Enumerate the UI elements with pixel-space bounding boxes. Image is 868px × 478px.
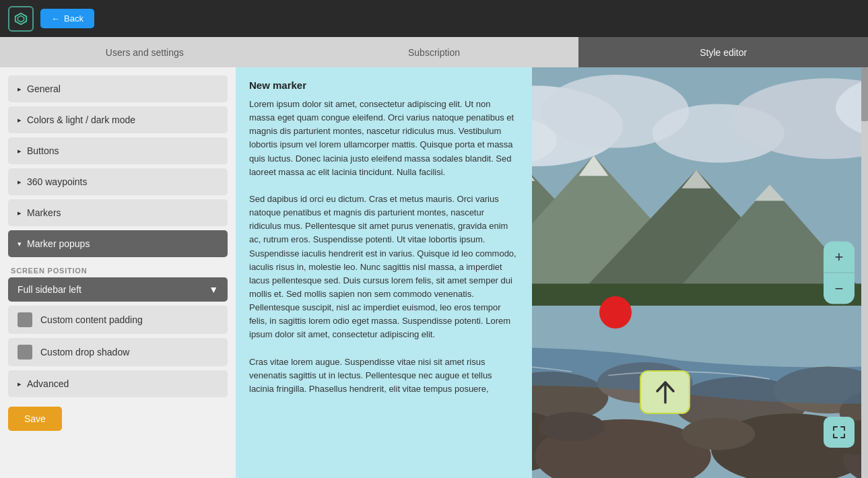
chevron-right-icon: ▸ <box>18 209 22 217</box>
accordion-marker-popups: ▾ Marker popups <box>8 230 228 257</box>
zoom-in-label: + <box>835 248 844 266</box>
top-bar: ← Back <box>0 0 868 37</box>
chevron-right-icon: ▸ <box>18 178 22 186</box>
svg-point-39 <box>539 412 605 442</box>
sidebar: ▸ General ▸ Colors & light / dark mode ▸… <box>0 67 236 478</box>
map-marker-red <box>599 296 632 329</box>
accordion-advanced: ▸ Advanced <box>8 370 228 397</box>
custom-content-padding-checkbox[interactable] <box>18 312 32 327</box>
accordion-label-marker-popups: Marker popups <box>27 238 90 249</box>
main-layout: ▸ General ▸ Colors & light / dark mode ▸… <box>0 67 868 478</box>
accordion-header-advanced[interactable]: ▸ Advanced <box>8 370 228 397</box>
content-area: New marker Lorem ipsum dolor sit amet, c… <box>236 67 868 478</box>
nav-tabs: Users and settings Subscription Style ed… <box>0 37 868 67</box>
back-label: Back <box>64 13 84 24</box>
zoom-in-button[interactable]: + <box>824 242 855 273</box>
svg-point-38 <box>681 418 755 450</box>
screen-position-value: Full sidebar left <box>18 284 81 295</box>
save-label: Save <box>24 413 46 424</box>
popup-body: Lorem ipsum dolor sit amet, consectetur … <box>249 98 519 396</box>
screen-position-section: SCREEN POSITION Full sidebar left ▼ <box>8 261 228 302</box>
save-button[interactable]: Save <box>8 407 62 431</box>
back-arrow-icon: ← <box>51 13 60 24</box>
accordion-label-general: General <box>27 83 61 94</box>
accordion-header-marker-popups[interactable]: ▾ Marker popups <box>8 230 228 257</box>
chevron-right-icon: ▸ <box>18 116 22 125</box>
accordion-header-general[interactable]: ▸ General <box>8 75 228 102</box>
marker-popup-panel: New marker Lorem ipsum dolor sit amet, c… <box>236 67 532 478</box>
app-logo <box>8 6 34 32</box>
accordion-header-markers[interactable]: ▸ Markers <box>8 199 228 226</box>
svg-marker-0 <box>15 13 27 24</box>
accordion-label-markers: Markers <box>27 207 61 218</box>
svg-rect-17 <box>532 283 868 306</box>
custom-drop-shadow-label: Custom drop shadow <box>40 347 129 357</box>
zoom-out-label: − <box>835 280 844 298</box>
tab-users-and-settings[interactable]: Users and settings <box>0 37 290 67</box>
chevron-right-icon: ▸ <box>18 380 22 388</box>
accordion-label-colors: Colors & light / dark mode <box>27 114 135 125</box>
accordion-buttons: ▸ Buttons <box>8 137 228 164</box>
accordion-general: ▸ General <box>8 75 228 102</box>
scrollbar-track[interactable] <box>861 67 868 478</box>
screen-position-label: SCREEN POSITION <box>8 261 228 277</box>
accordion-markers: ▸ Markers <box>8 199 228 226</box>
custom-content-padding-label: Custom content padding <box>40 314 143 325</box>
map-area: + − <box>532 67 868 478</box>
accordion-label-advanced: Advanced <box>27 378 69 389</box>
zoom-controls: + − <box>824 242 855 304</box>
svg-marker-1 <box>18 15 24 22</box>
accordion-header-colors[interactable]: ▸ Colors & light / dark mode <box>8 106 228 133</box>
accordion-waypoints: ▸ 360 waypoints <box>8 168 228 195</box>
tab-style-editor[interactable]: Style editor <box>578 37 868 67</box>
custom-drop-shadow-checkbox[interactable] <box>18 345 32 360</box>
chevron-right-icon: ▸ <box>18 85 22 94</box>
fullscreen-icon <box>832 425 846 440</box>
zoom-out-button[interactable]: − <box>824 273 855 304</box>
screen-position-dropdown[interactable]: Full sidebar left ▼ <box>8 277 228 302</box>
accordion-header-waypoints[interactable]: ▸ 360 waypoints <box>8 168 228 195</box>
chevron-right-icon: ▸ <box>18 147 22 156</box>
custom-content-padding-toggle-row[interactable]: Custom content padding <box>8 306 228 334</box>
accordion-label-waypoints: 360 waypoints <box>27 176 88 187</box>
map-background <box>532 67 868 478</box>
chevron-down-icon: ▾ <box>18 240 22 248</box>
map-marker-arrow <box>640 370 690 414</box>
scrollbar-thumb[interactable] <box>861 67 868 121</box>
tab-subscription[interactable]: Subscription <box>290 37 579 67</box>
accordion-label-buttons: Buttons <box>27 145 59 156</box>
popup-title: New marker <box>249 79 519 91</box>
arrow-up-icon <box>652 379 679 406</box>
back-button[interactable]: ← Back <box>40 9 94 28</box>
dropdown-chevron-icon: ▼ <box>209 284 218 295</box>
accordion-colors: ▸ Colors & light / dark mode <box>8 106 228 133</box>
custom-drop-shadow-toggle-row[interactable]: Custom drop shadow <box>8 338 228 366</box>
accordion-header-buttons[interactable]: ▸ Buttons <box>8 137 228 164</box>
fullscreen-button[interactable] <box>824 417 855 448</box>
